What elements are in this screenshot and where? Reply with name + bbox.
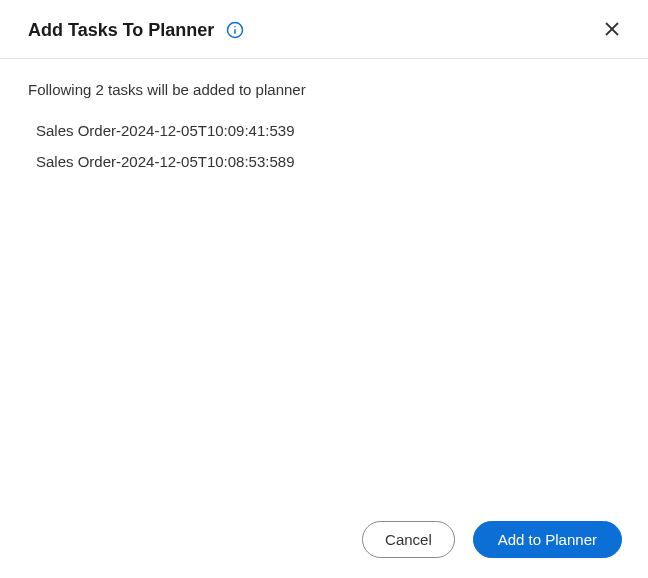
info-icon[interactable]	[226, 21, 244, 39]
dialog-footer: Cancel Add to Planner	[0, 507, 648, 578]
task-list: Sales Order-2024-12-05T10:09:41:539 Sale…	[28, 122, 620, 170]
cancel-button[interactable]: Cancel	[362, 521, 455, 558]
close-icon	[605, 21, 619, 39]
dialog-header: Add Tasks To Planner	[0, 0, 648, 59]
task-item: Sales Order-2024-12-05T10:09:41:539	[36, 122, 620, 139]
task-item: Sales Order-2024-12-05T10:08:53:589	[36, 153, 620, 170]
dialog-title: Add Tasks To Planner	[28, 20, 214, 41]
svg-point-2	[235, 26, 237, 28]
add-to-planner-button[interactable]: Add to Planner	[473, 521, 622, 558]
close-button[interactable]	[601, 17, 623, 43]
dialog-description: Following 2 tasks will be added to plann…	[28, 81, 620, 98]
add-tasks-dialog: Add Tasks To Planner Following 2 tasks w…	[0, 0, 648, 578]
dialog-body: Following 2 tasks will be added to plann…	[0, 59, 648, 507]
